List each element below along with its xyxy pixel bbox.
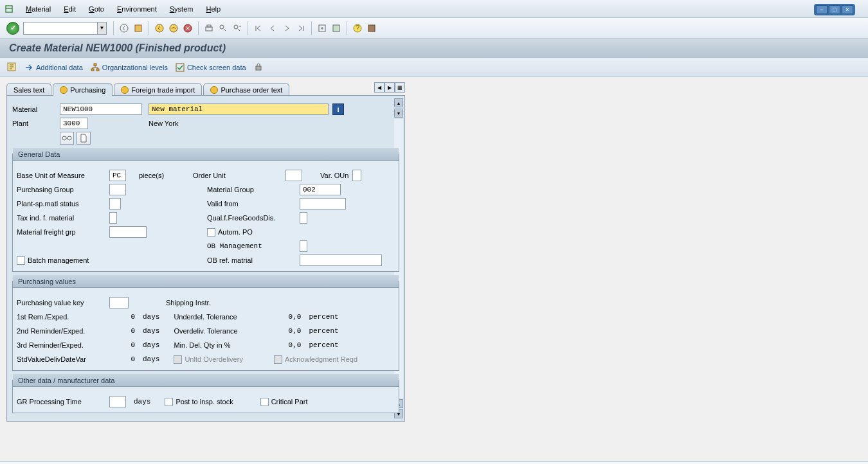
up-icon[interactable]: [167, 22, 180, 35]
ob-ref-label: OB ref. matrial: [207, 256, 300, 264]
gr-label: GR Processing Time: [17, 398, 109, 406]
maximize-button[interactable]: □: [829, 5, 840, 14]
mat-group-input[interactable]: [300, 184, 341, 195]
prev-page-button[interactable]: [266, 22, 279, 35]
print-button[interactable]: [203, 22, 215, 35]
app-icon-small: [6, 62, 17, 73]
titlebar: Create Material NEW1000 (Finished produc…: [0, 39, 868, 58]
close-button[interactable]: ×: [842, 5, 853, 14]
var-oun-label: Var. OUn: [320, 172, 348, 179]
content-panel: ▲ ▼ ▲ ▼ Material i Plant New York: [6, 95, 405, 422]
tab-purchase-order-text[interactable]: Purchase order text: [203, 83, 289, 96]
freight-label: Material freight grp: [17, 228, 109, 236]
other-data-title: Other data / manufacturer data: [13, 374, 399, 387]
back-button[interactable]: [118, 22, 131, 35]
menu-help[interactable]: Help: [199, 3, 227, 15]
org-levels-link[interactable]: Organizational levels: [91, 63, 168, 72]
save-button[interactable]: [132, 22, 145, 35]
ob-mgmt-input[interactable]: [300, 240, 307, 252]
tax-ind-input[interactable]: [109, 212, 117, 224]
layout-button[interactable]: [330, 22, 343, 35]
scroll-down-button[interactable]: ▼: [394, 109, 403, 118]
batch-mgmt-label: Batch management: [28, 256, 89, 264]
next-page-button[interactable]: [280, 22, 293, 35]
qual-free-input[interactable]: [300, 212, 307, 224]
glasses-icon-button[interactable]: [60, 132, 74, 145]
valid-from-input[interactable]: [300, 198, 346, 210]
tab-sales-text[interactable]: Sales text: [6, 83, 51, 96]
pvk-input[interactable]: [109, 297, 129, 308]
batch-mgmt-checkbox[interactable]: [17, 256, 25, 265]
freight-input[interactable]: [109, 226, 147, 238]
tab-purchasing[interactable]: Purchasing: [53, 83, 113, 96]
enter-button[interactable]: ✓: [6, 22, 19, 35]
additional-data-link[interactable]: Additional data: [24, 63, 83, 72]
first-page-button[interactable]: [252, 22, 265, 35]
plant-label: Plant: [12, 120, 60, 127]
find-next-button[interactable]: [231, 22, 244, 35]
back-icon[interactable]: [153, 22, 166, 35]
cancel-button[interactable]: [181, 22, 194, 35]
material-desc-input[interactable]: [149, 103, 329, 115]
buom-input[interactable]: [109, 170, 126, 181]
svg-point-20: [62, 136, 66, 140]
customize-button[interactable]: [365, 22, 378, 35]
document-icon-button[interactable]: [77, 132, 91, 145]
find-button[interactable]: [217, 22, 230, 35]
ob-ref-input[interactable]: [300, 254, 382, 266]
new-session-button[interactable]: [316, 22, 329, 35]
tab-foreign-trade[interactable]: Foreign trade import: [114, 83, 202, 96]
standard-toolbar: ✓ ▼ ?: [0, 18, 868, 39]
tab-status-icon: [60, 86, 68, 94]
critical-checkbox[interactable]: [260, 398, 269, 406]
plant-status-label: Plant-sp.matl status: [17, 200, 109, 208]
last-page-button[interactable]: [294, 22, 307, 35]
menu-environment[interactable]: Environment: [111, 3, 163, 15]
buom-label: Base Unit of Measure: [17, 172, 109, 179]
tab-list-button[interactable]: ▦: [395, 82, 405, 93]
tabstrip: Sales text Purchasing Foreign trade impo…: [6, 82, 405, 95]
ack-label: Acknowledgment Reqd: [285, 355, 357, 363]
pvk-label: Purchasing value key: [17, 299, 109, 307]
autom-po-checkbox[interactable]: [207, 228, 215, 236]
info-button[interactable]: i: [332, 103, 344, 115]
plant-status-input[interactable]: [109, 198, 121, 210]
tab-next-button[interactable]: ▶: [384, 82, 395, 93]
chevron-down-icon[interactable]: ▼: [97, 22, 106, 34]
rem2-value: 0: [109, 327, 135, 335]
menu-goto[interactable]: Goto: [82, 3, 111, 15]
svg-point-21: [68, 136, 71, 140]
menu-system[interactable]: System: [163, 3, 200, 15]
tab-prev-button[interactable]: ◀: [374, 82, 384, 93]
days-unit: days: [143, 341, 159, 349]
overdel-label: Overdeliv. Tolerance: [174, 327, 275, 335]
gr-input[interactable]: [109, 396, 126, 407]
post-insp-checkbox[interactable]: [165, 398, 173, 406]
order-unit-input[interactable]: [285, 170, 302, 181]
menu-material[interactable]: Material: [19, 3, 57, 15]
var-oun-input[interactable]: [352, 170, 361, 181]
scroll-up-button[interactable]: ▲: [394, 98, 403, 107]
minimize-button[interactable]: −: [816, 5, 827, 14]
svg-rect-19: [256, 66, 261, 70]
check-screen-link[interactable]: Check screen data: [176, 63, 246, 72]
plant-desc: New York: [149, 120, 178, 127]
svg-rect-6: [207, 25, 211, 27]
command-field[interactable]: ▼: [23, 22, 107, 35]
menu-edit[interactable]: Edit: [57, 3, 82, 15]
purch-group-input[interactable]: [109, 184, 126, 195]
mat-group-label: Material Group: [207, 186, 300, 193]
svg-rect-5: [206, 27, 212, 31]
svg-rect-16: [91, 69, 94, 71]
general-data-group: General Data Base Unit of Measure piece(…: [12, 154, 399, 272]
material-input[interactable]: [60, 103, 142, 115]
underdel-label: Underdel. Tolerance: [174, 313, 275, 321]
days-unit: days: [134, 398, 150, 406]
help-button[interactable]: ?: [351, 22, 364, 35]
qual-free-label: Qual.f.FreeGoodsDis.: [207, 214, 300, 222]
window-controls: − □ ×: [814, 4, 855, 15]
svg-rect-10: [333, 25, 339, 31]
plant-input[interactable]: [60, 118, 88, 129]
lock-icon[interactable]: [254, 62, 263, 73]
svg-rect-15: [94, 64, 96, 66]
